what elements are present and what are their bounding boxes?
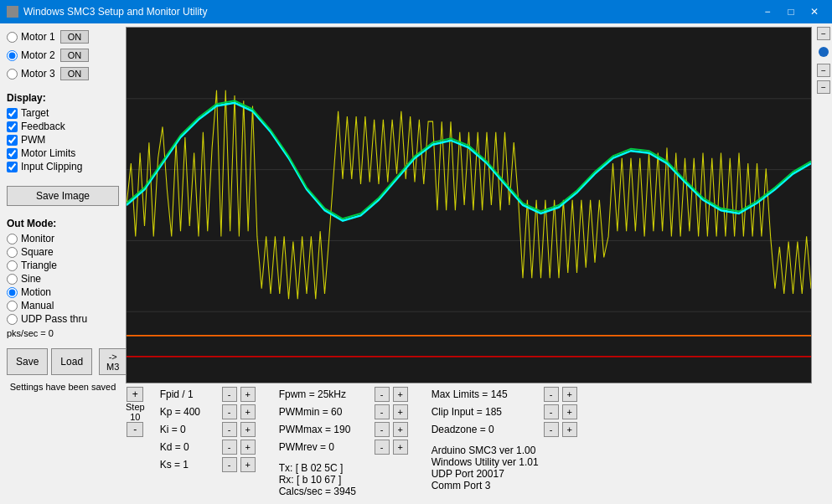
motion-radio[interactable] — [7, 287, 18, 298]
kp-plus-btn[interactable]: + — [240, 404, 256, 419]
fpid-plus-btn[interactable]: + — [240, 387, 256, 402]
clipinput-minus-btn[interactable]: - — [544, 404, 559, 419]
pwmrev-label: PWMrev = 0 — [279, 441, 371, 453]
feedback-checkbox[interactable] — [7, 121, 18, 132]
udp-option[interactable]: UDP Pass thru — [7, 313, 119, 325]
ks-minus-btn[interactable]: - — [222, 457, 237, 472]
save-load-row: Save Load -> M3 -> M1 — [7, 348, 119, 375]
udp-radio[interactable] — [7, 314, 18, 325]
deadzone-plus-btn[interactable]: + — [562, 422, 577, 437]
inputclipping-label: Input Clipping — [21, 161, 82, 172]
kd-plus-btn[interactable]: + — [240, 440, 256, 455]
display-section: Display: Target Feedback PWM Motor Limit… — [7, 92, 119, 174]
save-button[interactable]: Save — [7, 348, 48, 375]
save-image-button[interactable]: Save Image — [7, 186, 119, 206]
step-plus-btn[interactable]: + — [127, 387, 143, 402]
step-minus-btn[interactable]: - — [127, 422, 143, 437]
pwmrev-plus-btn[interactable]: + — [393, 440, 408, 455]
motor1-label: Motor 1 — [21, 31, 55, 43]
kp-row: Kp = 400 - + — [160, 404, 256, 419]
feedback-checkbox-row[interactable]: Feedback — [7, 121, 119, 132]
out-mode-section: Out Mode: Monitor Square Triangle Sine M… — [7, 218, 119, 338]
sine-option[interactable]: Sine — [7, 273, 119, 285]
inputclipping-checkbox[interactable] — [7, 162, 18, 172]
deadzone-minus-btn[interactable]: - — [544, 422, 559, 437]
motion-option[interactable]: Motion — [7, 286, 119, 298]
motor1-on-btn[interactable]: ON — [60, 30, 90, 44]
fpid-minus-btn[interactable]: - — [222, 387, 237, 402]
motor1-radio[interactable] — [7, 32, 18, 43]
arduino-ver-label: Arduino SMC3 ver 1.00 — [432, 445, 577, 456]
motorlimits-label: Motor Limits — [21, 147, 75, 159]
monitor-option[interactable]: Monitor — [7, 233, 119, 244]
scroll-mid-btn[interactable]: − — [817, 64, 830, 77]
motor2-on-btn[interactable]: ON — [60, 49, 90, 62]
ki-minus-btn[interactable]: - — [222, 422, 237, 437]
ki-plus-btn[interactable]: + — [240, 422, 256, 437]
pwm-checkbox-row[interactable]: PWM — [7, 134, 119, 146]
target-checkbox-row[interactable]: Target — [7, 107, 119, 119]
manual-radio[interactable] — [7, 301, 18, 311]
kp-minus-btn[interactable]: - — [222, 404, 237, 419]
limits-section: Max Limits = 145 - + Clip Input = 185 - … — [432, 387, 577, 491]
sine-radio[interactable] — [7, 274, 18, 285]
pwmmax-plus-btn[interactable]: + — [393, 422, 408, 437]
triangle-radio[interactable] — [7, 260, 18, 271]
pwm-section: Fpwm = 25kHz - + PWMmin = 60 - + PWMmax … — [279, 387, 408, 497]
square-option[interactable]: Square — [7, 246, 119, 258]
calcs-label: Calcs/sec = 3945 — [279, 486, 408, 497]
motor2-label: Motor 2 — [21, 49, 55, 61]
target-checkbox[interactable] — [7, 108, 18, 119]
fpwm-plus-btn[interactable]: + — [393, 387, 408, 402]
triangle-option[interactable]: Triangle — [7, 260, 119, 271]
title-bar: Windows SMC3 Setup and Monitor Utility −… — [0, 0, 832, 23]
square-radio[interactable] — [7, 247, 18, 258]
pwmmax-minus-btn[interactable]: - — [375, 422, 390, 437]
pwmrev-minus-btn[interactable]: - — [375, 440, 390, 455]
windows-ver-label: Windows Utility ver 1.01 — [432, 456, 577, 468]
ki-label: Ki = 0 — [160, 424, 219, 435]
maxlimits-plus-btn[interactable]: + — [562, 387, 577, 402]
tx-label: Tx: [ B 02 5C ] — [279, 462, 408, 474]
motorlimits-checkbox-row[interactable]: Motor Limits — [7, 147, 119, 159]
app-icon — [7, 6, 18, 18]
close-button[interactable]: ✕ — [804, 3, 825, 20]
step-value: 10 — [130, 412, 140, 422]
motor3-on-btn[interactable]: ON — [60, 67, 90, 80]
kd-minus-btn[interactable]: - — [222, 440, 237, 455]
display-label: Display: — [7, 92, 119, 104]
center-panel: + Step 10 - Fpid / 1 - + Kp = 400 - + K — [126, 23, 815, 504]
motor3-radio[interactable] — [7, 69, 18, 80]
motor2-radio[interactable] — [7, 50, 18, 61]
inputclipping-checkbox-row[interactable]: Input Clipping — [7, 161, 119, 172]
window-title: Windows SMC3 Setup and Monitor Utility — [23, 6, 207, 18]
pwmmin-label: PWMmin = 60 — [279, 406, 371, 418]
manual-option[interactable]: Manual — [7, 300, 119, 311]
pwmmin-minus-btn[interactable]: - — [375, 404, 390, 419]
pks-label: pks/sec = 0 — [7, 328, 119, 338]
motor1-radio-label[interactable]: Motor 1 — [7, 31, 55, 43]
chart-svg — [127, 28, 811, 383]
scroll-up-btn[interactable]: − — [817, 27, 830, 40]
pwmmin-plus-btn[interactable]: + — [393, 404, 408, 419]
fpwm-minus-btn[interactable]: - — [375, 387, 390, 402]
sine-label: Sine — [21, 273, 41, 285]
pwm-checkbox[interactable] — [7, 135, 18, 146]
feedback-label: Feedback — [21, 121, 65, 132]
tx-section: Tx: [ B 02 5C ] Rx: [ b 10 67 ] Calcs/se… — [279, 462, 408, 497]
scroll-down-btn[interactable]: − — [817, 80, 830, 94]
load-button[interactable]: Load — [51, 348, 92, 375]
chart-container — [126, 27, 812, 383]
clipinput-plus-btn[interactable]: + — [562, 404, 577, 419]
fpwm-row: Fpwm = 25kHz - + — [279, 387, 408, 402]
motorlimits-checkbox[interactable] — [7, 148, 18, 159]
triangle-label: Triangle — [21, 260, 57, 271]
maximize-button[interactable]: □ — [780, 3, 802, 20]
minimize-button[interactable]: − — [757, 3, 778, 20]
maxlimits-minus-btn[interactable]: - — [544, 387, 559, 402]
ks-plus-btn[interactable]: + — [240, 457, 256, 472]
motor3-radio-label[interactable]: Motor 3 — [7, 68, 55, 80]
monitor-radio[interactable] — [7, 234, 18, 244]
to-m3-button[interactable]: -> M3 — [99, 348, 127, 375]
motor2-radio-label[interactable]: Motor 2 — [7, 49, 55, 61]
